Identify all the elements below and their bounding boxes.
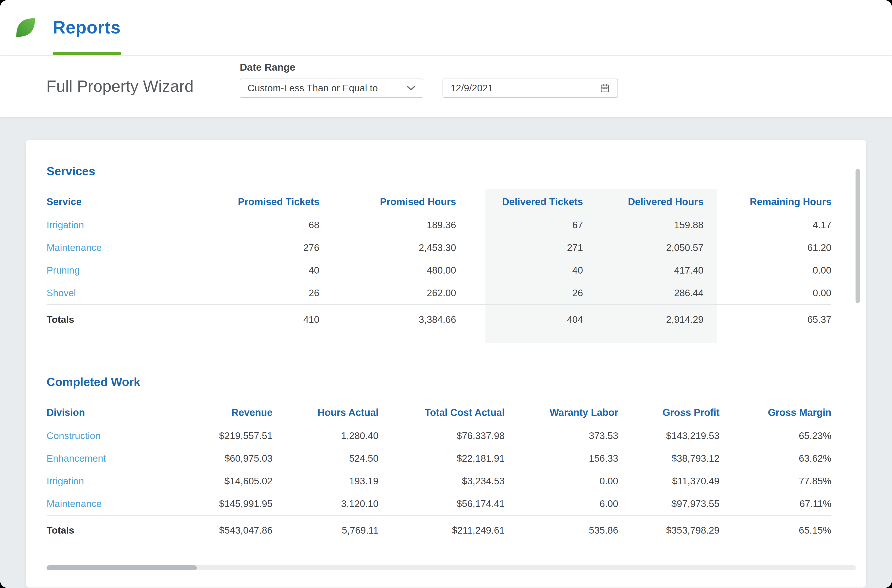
cell: $76,337.98	[379, 424, 505, 447]
completed-work-heading: Completed Work	[47, 375, 831, 389]
cell: 26	[185, 282, 319, 304]
cell: $14,605.02	[162, 470, 272, 492]
column-header-waranty-labor: Waranty Labor	[505, 402, 618, 424]
report-toolbar: Full Property Wizard Date Range Custom-L…	[0, 56, 892, 117]
cell: 373.53	[505, 424, 618, 447]
page-title: Reports	[53, 17, 121, 38]
date-controls: Custom-Less Than or Equal to 12/9/2021	[240, 78, 618, 98]
report-card: Services Service Promised Tickets P	[26, 140, 866, 588]
horizontal-scrollbar[interactable]	[47, 566, 856, 570]
cell-division: Irrigation	[47, 470, 162, 492]
cell: $219,557.51	[162, 424, 272, 447]
column-header-promised-tickets: Promised Tickets	[185, 191, 319, 214]
services-table: Service Promised Tickets Promised Hours …	[47, 191, 831, 333]
cell: 189.36	[319, 214, 456, 236]
service-link[interactable]: Maintenance	[47, 242, 102, 253]
app-header: Reports	[0, 0, 892, 56]
cell-division: Maintenance	[47, 492, 162, 515]
tab-reports[interactable]: Reports	[53, 0, 121, 55]
cell: 65.15%	[719, 515, 831, 544]
date-range-group: Date Range Custom-Less Than or Equal to …	[240, 62, 618, 98]
cell: 67	[456, 214, 583, 236]
cell: 4.17	[704, 214, 831, 236]
cell: 262.00	[319, 282, 456, 304]
date-comparison-value: Custom-Less Than or Equal to	[248, 83, 378, 94]
cell: 159.88	[583, 214, 704, 236]
totals-row: Totals 410 3,384.66 404 2,914.29 65.37	[47, 304, 831, 333]
cell: $543,047.86	[162, 515, 272, 544]
chevron-down-icon	[406, 86, 415, 91]
totals-row: Totals $543,047.86 5,769.11 $211,249.61 …	[47, 515, 831, 544]
table-row: Irrigation 68 189.36 67 159.88 4.17	[47, 214, 831, 236]
cell: 2,914.29	[583, 304, 704, 333]
cell: $97,973.55	[618, 492, 719, 515]
horizontal-scrollbar-thumb[interactable]	[47, 566, 197, 570]
cell: 2,453.30	[319, 236, 456, 259]
cell: 524.50	[272, 447, 379, 470]
cell-service: Irrigation	[47, 214, 185, 236]
vertical-scrollbar-thumb[interactable]	[856, 169, 860, 303]
column-header-hours-actual: Hours Actual	[272, 402, 379, 424]
cell-service: Maintenance	[47, 236, 185, 259]
division-link[interactable]: Construction	[47, 430, 101, 441]
column-header-revenue: Revenue	[162, 402, 272, 424]
service-link[interactable]: Pruning	[47, 265, 80, 276]
division-link[interactable]: Maintenance	[47, 498, 102, 509]
cell: 271	[456, 236, 583, 259]
table-row: Maintenance 276 2,453.30 271 2,050.57 61…	[47, 236, 831, 259]
date-value: 12/9/2021	[450, 83, 493, 94]
cell: 480.00	[319, 259, 456, 282]
services-header-row: Service Promised Tickets Promised Hours …	[47, 191, 831, 214]
table-row: Maintenance $145,991.95 3,120.10 $56,174…	[47, 492, 831, 515]
date-comparison-select[interactable]: Custom-Less Than or Equal to	[240, 78, 423, 98]
cell: 286.44	[583, 282, 704, 304]
column-header-gross-margin: Gross Margin	[719, 402, 831, 424]
division-link[interactable]: Irrigation	[47, 476, 84, 486]
cell: 63.62%	[719, 447, 831, 470]
completed-work-table-wrap: Division Revenue Hours Actual Total Cost…	[47, 402, 831, 544]
cell: $145,991.95	[162, 492, 272, 515]
column-header-service: Service	[47, 191, 185, 214]
cell-division: Enhancement	[47, 447, 162, 470]
calendar-icon	[600, 83, 610, 93]
cell: 276	[185, 236, 319, 259]
column-header-delivered-hours: Delivered Hours	[583, 191, 704, 214]
cell: 65.37	[704, 304, 831, 333]
service-link[interactable]: Shovel	[47, 288, 76, 298]
cell: 0.00	[704, 282, 831, 304]
cell: $22,181.91	[379, 447, 505, 470]
cell: $211,249.61	[379, 515, 505, 544]
cell-division: Construction	[47, 424, 162, 447]
cell: 26	[456, 282, 583, 304]
division-link[interactable]: Enhancement	[47, 453, 106, 464]
column-header-delivered-tickets: Delivered Tickets	[456, 191, 583, 214]
cell: $56,174.41	[379, 492, 505, 515]
services-section: Services Service Promised Tickets P	[47, 165, 831, 333]
cell: $60,975.03	[162, 447, 272, 470]
date-input[interactable]: 12/9/2021	[442, 78, 618, 98]
cell: 410	[185, 304, 319, 333]
cell: $143,219.53	[618, 424, 719, 447]
totals-label: Totals	[47, 304, 185, 333]
app-logo[interactable]	[14, 16, 38, 39]
column-header-promised-hours: Promised Hours	[319, 191, 456, 214]
cell: $3,234.53	[379, 470, 505, 492]
cell: 0.00	[505, 470, 618, 492]
date-range-label: Date Range	[240, 62, 618, 73]
cell: 77.85%	[719, 470, 831, 492]
cell: 6.00	[505, 492, 618, 515]
reports-page: Reports Full Property Wizard Date Range …	[0, 0, 892, 588]
table-row: Construction $219,557.51 1,280.40 $76,33…	[47, 424, 831, 447]
leaf-icon	[14, 16, 38, 39]
cell: 193.19	[272, 470, 379, 492]
cell: 3,384.66	[319, 304, 456, 333]
cell: 40	[456, 259, 583, 282]
main-content: Services Service Promised Tickets P	[0, 117, 892, 588]
service-link[interactable]: Irrigation	[47, 220, 84, 230]
cell: 61.20	[704, 236, 831, 259]
table-row: Shovel 26 262.00 26 286.44 0.00	[47, 282, 831, 304]
cell: 0.00	[704, 259, 831, 282]
services-heading: Services	[47, 165, 831, 178]
services-table-wrap: Service Promised Tickets Promised Hours …	[47, 191, 831, 333]
cell: 40	[185, 259, 319, 282]
